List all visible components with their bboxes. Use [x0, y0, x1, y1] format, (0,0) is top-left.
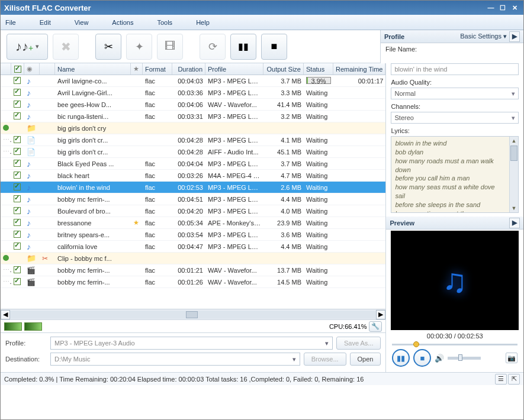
- close-button[interactable]: ✕: [509, 3, 520, 12]
- table-row[interactable]: 📁✂Clip - bobby mc f...: [1, 253, 385, 264]
- favorite-icon[interactable]: ★: [133, 219, 139, 226]
- lyrics-box[interactable]: blowin in the wind bob dylan how many ro…: [391, 136, 519, 213]
- col-profile[interactable]: Profile: [205, 63, 263, 75]
- col-output[interactable]: Output Size: [263, 63, 304, 75]
- status-list-button[interactable]: ☰: [495, 374, 507, 385]
- menu-actions[interactable]: Actions: [112, 19, 133, 26]
- progress-bar: 3.9%: [306, 77, 331, 84]
- file-list[interactable]: ♪Avril lavigne-co...flac00:04:03MP3 - MP…: [1, 75, 385, 309]
- table-row[interactable]: ♪black heartflac00:03:26M4A - MPEG-4 A..…: [1, 170, 385, 182]
- destination-combo[interactable]: D:\My Music: [50, 353, 300, 366]
- table-row[interactable]: ♪britney spears-e...flac00:03:54MP3 - MP…: [1, 229, 385, 241]
- row-checkbox[interactable]: [14, 148, 21, 155]
- quality-combo[interactable]: Normal: [391, 88, 519, 99]
- basic-settings-link[interactable]: Basic Settings ▾: [460, 33, 507, 40]
- status-export-button[interactable]: ⇱: [508, 374, 520, 385]
- col-remaining[interactable]: Remaining Time: [333, 63, 385, 75]
- cut-button[interactable]: ✂: [95, 34, 121, 60]
- menu-edit[interactable]: Edit: [40, 19, 51, 26]
- row-checkbox[interactable]: [14, 172, 21, 179]
- volume-icon[interactable]: 🔊: [435, 354, 444, 363]
- row-checkbox[interactable]: [14, 77, 21, 84]
- table-row[interactable]: ♪bee gees-How D...flac00:04:06WAV - Wave…: [1, 99, 385, 111]
- header-checkbox[interactable]: [14, 66, 21, 73]
- horizontal-scrollbar[interactable]: ◀ ▶: [1, 309, 385, 319]
- effects-button[interactable]: ✦: [126, 34, 152, 60]
- row-checkbox[interactable]: [14, 160, 21, 167]
- table-row[interactable]: ♪bic runga-listeni...flac00:03:31MP3 - M…: [1, 111, 385, 122]
- snapshot-button[interactable]: 📷: [506, 353, 517, 363]
- expand-toggle[interactable]: [3, 125, 9, 131]
- filename-input[interactable]: [391, 63, 519, 75]
- table-row[interactable]: ♪Boulevard of bro...flac00:04:20MP3 - MP…: [1, 205, 385, 217]
- row-checkbox[interactable]: [14, 183, 21, 190]
- lyrics-scrollbar[interactable]: ▲▼: [509, 137, 518, 212]
- table-row[interactable]: ♪Black Eyed Peas ...flac00:04:04MP3 - MP…: [1, 158, 385, 170]
- table-row[interactable]: ♪bressanone★flac00:05:34APE - Monkey's .…: [1, 217, 385, 229]
- channels-combo[interactable]: Stereo: [391, 112, 519, 124]
- clip-button[interactable]: 🎞: [157, 34, 183, 60]
- volume-thumb[interactable]: [458, 354, 462, 361]
- col-duration[interactable]: Duration: [172, 63, 205, 75]
- col-name[interactable]: Name: [55, 63, 131, 75]
- menu-file[interactable]: File: [5, 19, 16, 26]
- row-checkbox[interactable]: [14, 231, 21, 238]
- open-button[interactable]: Open: [350, 353, 381, 366]
- table-row[interactable]: ♪california loveflac00:04:47MP3 - MPEG L…: [1, 241, 385, 253]
- preview-expand-button[interactable]: ▶: [509, 218, 520, 228]
- col-status[interactable]: Status: [304, 63, 333, 75]
- table-row[interactable]: ♪Avril lavigne-co...flac00:04:03MP3 - MP…: [1, 75, 385, 87]
- minimize-button[interactable]: —: [486, 3, 496, 12]
- file-size: 23.9 MB: [263, 219, 304, 227]
- table-row[interactable]: ♪blowin' in the windflac00:02:53MP3 - MP…: [1, 182, 385, 193]
- table-row[interactable]: ♪Avril Lavigne-Girl...flac00:03:36MP3 - …: [1, 87, 385, 99]
- add-file-button[interactable]: ♪♪+ ▾: [7, 34, 48, 60]
- stop-button[interactable]: ■: [261, 34, 287, 60]
- file-name: bobby mc ferrin-...: [55, 267, 131, 274]
- row-checkbox[interactable]: [14, 136, 21, 143]
- row-checkbox[interactable]: [14, 89, 21, 96]
- row-checkbox[interactable]: [14, 112, 21, 119]
- file-format: flac: [143, 89, 172, 96]
- expand-toggle[interactable]: [3, 255, 9, 261]
- menu-help[interactable]: Help: [196, 19, 210, 26]
- table-row[interactable]: ♪bobby mc ferrin-...flac00:04:51MP3 - MP…: [1, 193, 385, 205]
- pause-button[interactable]: ▮▮: [230, 34, 256, 60]
- file-name: bic runga-listeni...: [55, 113, 131, 120]
- row-checkbox[interactable]: [14, 266, 21, 273]
- seek-thumb[interactable]: [413, 341, 419, 347]
- table-row[interactable]: ⋯🎬bobby mc ferrin-...flac00:01:26WAV - W…: [1, 276, 385, 288]
- row-checkbox[interactable]: [14, 243, 21, 250]
- table-row[interactable]: ⋯📄big girls don't cr...00:04:28MP3 - MPE…: [1, 134, 385, 146]
- row-checkbox[interactable]: [14, 278, 21, 285]
- row-checkbox[interactable]: [14, 101, 21, 108]
- scroll-right-button[interactable]: ▶: [376, 310, 385, 319]
- table-row[interactable]: 📁big girls don't cry: [1, 122, 385, 134]
- save-as-button[interactable]: Save As...: [336, 337, 381, 350]
- browse-button[interactable]: Browse...: [304, 353, 346, 366]
- menu-view[interactable]: View: [75, 19, 89, 26]
- col-format[interactable]: Format: [143, 63, 172, 75]
- play-button[interactable]: ▮▮: [392, 349, 410, 367]
- filename-label: File Name:: [385, 46, 519, 53]
- scroll-thumb[interactable]: [186, 311, 198, 318]
- table-row[interactable]: ⋯🎬bobby mc ferrin-...flac00:01:21WAV - W…: [1, 264, 385, 276]
- profile-combo[interactable]: MP3 - MPEG Layer-3 Audio: [50, 337, 333, 350]
- table-row[interactable]: ⋯📄big girls don't cr...00:04:28AIFF - Au…: [1, 146, 385, 158]
- file-status: Waiting: [304, 137, 333, 144]
- row-checkbox[interactable]: [14, 219, 21, 226]
- menu-tools[interactable]: Tools: [157, 19, 172, 26]
- refresh-button[interactable]: ⟳: [200, 34, 226, 60]
- cpu-settings-button[interactable]: 🔧: [369, 321, 382, 332]
- row-checkbox[interactable]: [14, 195, 21, 202]
- scroll-left-button[interactable]: ◀: [1, 310, 10, 319]
- player-stop-button[interactable]: ■: [413, 349, 431, 367]
- maximize-button[interactable]: ☐: [497, 3, 508, 12]
- file-profile: MP3 - MPEG Lay...: [205, 208, 263, 215]
- seek-slider[interactable]: [392, 342, 517, 347]
- row-checkbox[interactable]: [14, 207, 21, 214]
- wrench-icon: 🔧: [371, 322, 380, 330]
- volume-slider[interactable]: [448, 357, 481, 360]
- profile-expand-button[interactable]: ▶: [509, 31, 520, 42]
- delete-button[interactable]: ✖: [53, 34, 79, 60]
